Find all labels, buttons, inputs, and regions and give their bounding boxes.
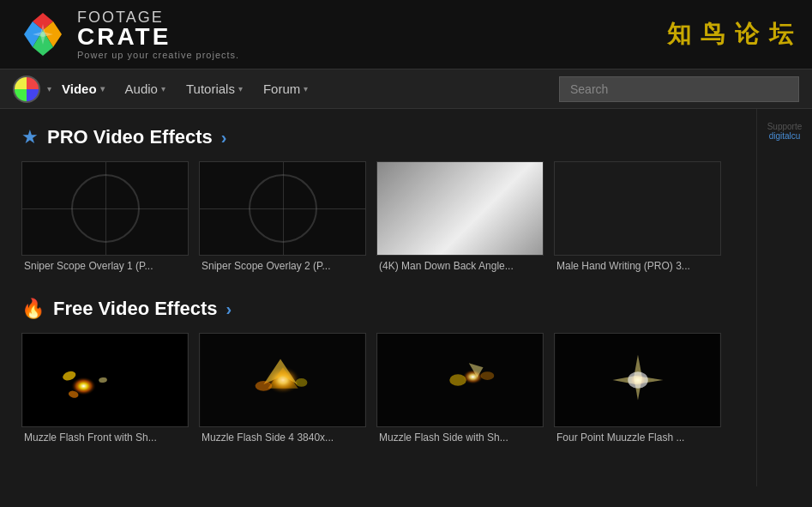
free-video-card-3[interactable]: Muzzle Flash Side with Sh... — [376, 333, 544, 444]
logo-crate-text: CRATE — [77, 25, 239, 49]
logo-area: FOOTAGE CRATE Power up your creative pro… — [17, 9, 239, 60]
muzzle-flash-svg-3 — [377, 334, 543, 426]
free-section-header: 🔥 Free Video Effects › — [21, 298, 735, 320]
free-video-grid: Muzzle Flash Front with Sh... — [21, 333, 735, 444]
search-input[interactable] — [559, 76, 799, 102]
free-section-title: Free Video Effects — [53, 298, 218, 320]
pro-video-label-3: (4K) Man Down Back Angle... — [376, 256, 544, 272]
fire-icon: 🔥 — [21, 298, 45, 320]
nav-user-icon[interactable] — [13, 75, 40, 103]
svg-point-17 — [296, 378, 308, 387]
free-thumb-2 — [199, 333, 366, 427]
pro-star-icon: ★ — [21, 126, 39, 148]
pro-thumb-3 — [376, 161, 544, 256]
nav-bar: ▾ Video ▾ Audio ▾ Tutorials ▾ Forum ▾ — [0, 69, 812, 109]
nav-item-tutorials[interactable]: Tutorials ▾ — [176, 69, 253, 108]
logo-text: FOOTAGE CRATE Power up your creative pro… — [77, 9, 239, 60]
muzzle-flash-svg-2 — [200, 334, 365, 426]
logo-footage-text: FOOTAGE — [77, 9, 239, 25]
muzzle-flash-svg-4 — [555, 334, 720, 426]
content-area: ★ PRO Video Effects › Sniper Scope Overl… — [0, 109, 756, 486]
main-content: ★ PRO Video Effects › Sniper Scope Overl… — [0, 109, 812, 486]
pro-thumb-2 — [199, 161, 366, 256]
pro-video-card-2[interactable]: Sniper Scope Overlay 2 (P... — [199, 161, 366, 272]
logo-icon — [17, 9, 69, 60]
sidebar: Supporte digitalcu — [756, 109, 812, 486]
header: FOOTAGE CRATE Power up your creative pro… — [0, 0, 812, 69]
pro-section-title: PRO Video Effects — [47, 126, 213, 148]
search-area — [559, 76, 799, 102]
muzzle-flash-svg-1 — [22, 334, 188, 426]
free-video-label-3: Muzzle Flash Side with Sh... — [376, 427, 544, 444]
sidebar-support-label: Supporte — [761, 122, 808, 131]
chinese-text: 知 鸟 论 坛 — [667, 18, 795, 51]
logo-tagline: Power up your creative projects. — [77, 51, 239, 60]
pro-video-card-1[interactable]: Sniper Scope Overlay 1 (P... — [21, 161, 189, 272]
free-video-card-2[interactable]: Muzzle Flash Side 4 3840x... — [199, 333, 366, 444]
sidebar-link[interactable]: digitalcu — [761, 131, 808, 141]
pro-video-card-4[interactable]: Male Hand Writing (PRO) 3... — [554, 161, 721, 272]
free-video-label-2: Muzzle Flash Side 4 3840x... — [199, 427, 366, 444]
free-thumb-4 — [554, 333, 721, 427]
free-video-card-4[interactable]: Four Point Muuzzle Flash ... — [554, 333, 721, 444]
pro-thumb-4 — [554, 161, 721, 256]
nav-item-audio[interactable]: Audio ▾ — [115, 69, 176, 108]
nav-item-video[interactable]: Video ▾ — [51, 69, 115, 108]
nav-video-chevron: ▾ — [100, 84, 105, 94]
nav-forum-chevron: ▾ — [304, 84, 308, 94]
free-video-label-1: Muzzle Flash Front with Sh... — [21, 427, 189, 444]
pro-thumb-1 — [21, 161, 189, 256]
pro-video-card-3[interactable]: (4K) Man Down Back Angle... — [376, 161, 544, 272]
nav-tutorials-chevron: ▾ — [238, 84, 243, 94]
pro-section-arrow[interactable]: › — [221, 128, 227, 148]
pro-video-label-4: Male Hand Writing (PRO) 3... — [554, 256, 721, 272]
pro-section-header: ★ PRO Video Effects › — [21, 126, 735, 148]
pro-video-grid: Sniper Scope Overlay 1 (P... Sniper Scop… — [21, 161, 735, 272]
nav-item-forum[interactable]: Forum ▾ — [253, 69, 318, 108]
svg-point-27 — [628, 371, 648, 389]
svg-point-22 — [481, 371, 495, 380]
pro-video-label-2: Sniper Scope Overlay 2 (P... — [199, 256, 366, 272]
svg-point-16 — [256, 381, 273, 391]
svg-point-20 — [449, 374, 466, 386]
free-video-card-1[interactable]: Muzzle Flash Front with Sh... — [21, 333, 189, 444]
pro-video-label-1: Sniper Scope Overlay 1 (P... — [21, 256, 189, 272]
free-video-label-4: Four Point Muuzzle Flash ... — [554, 427, 721, 444]
nav-audio-chevron: ▾ — [161, 84, 165, 94]
free-section-arrow[interactable]: › — [226, 299, 232, 319]
free-thumb-1 — [21, 333, 189, 427]
free-thumb-3 — [376, 333, 544, 427]
